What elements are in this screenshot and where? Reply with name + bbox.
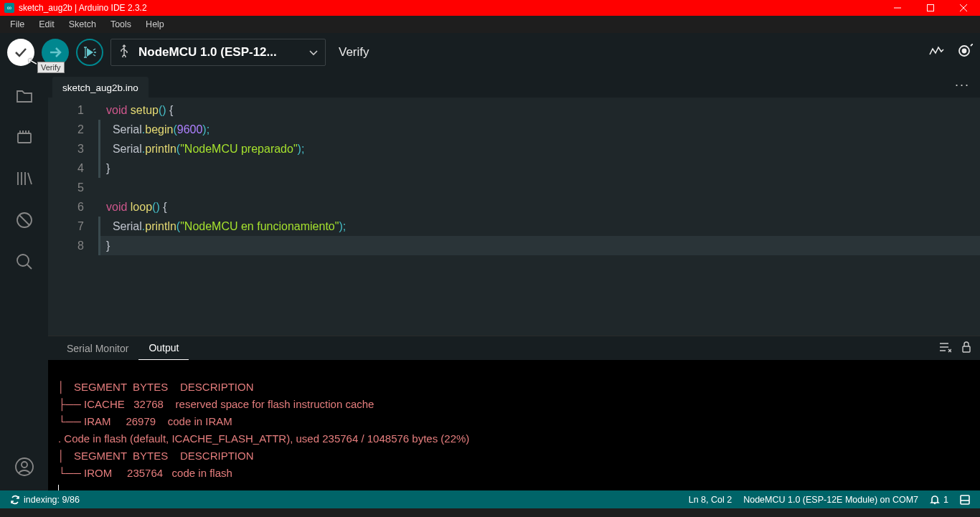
search-icon[interactable] <box>14 251 35 272</box>
code-editor[interactable]: 12345678 void setup() { Serial.begin(960… <box>48 98 980 336</box>
debug-play-icon <box>83 46 96 59</box>
main-area: sketch_aug2b.ino ··· 12345678 void setup… <box>0 72 980 490</box>
status-notifications[interactable]: 1 <box>924 495 954 505</box>
output-panel: Serial Monitor Output │ SEGMENT BYTES DE… <box>48 336 980 490</box>
menubar: File Edit Sketch Tools Help <box>0 16 980 33</box>
window-title: sketch_aug2b | Arduino IDE 2.3.2 <box>19 3 147 13</box>
status-close-panel[interactable] <box>954 495 976 505</box>
sidebar <box>0 72 48 490</box>
editor-tab[interactable]: sketch_aug2b.ino <box>52 77 149 98</box>
check-icon <box>13 44 29 60</box>
svg-rect-9 <box>961 495 969 504</box>
tab-output[interactable]: Output <box>138 336 189 360</box>
chevron-down-icon <box>309 45 318 60</box>
account-icon[interactable] <box>14 456 35 478</box>
arduino-logo-icon: ∞ <box>4 3 14 13</box>
svg-rect-3 <box>18 133 31 143</box>
no-entry-icon[interactable] <box>14 209 35 231</box>
board-selector[interactable]: NodeMCU 1.0 (ESP-12... <box>110 39 326 66</box>
clear-output-icon[interactable] <box>938 341 951 355</box>
editor-tabs: sketch_aug2b.ino ··· <box>48 72 980 98</box>
verify-button[interactable]: ↖ <box>7 39 34 66</box>
sketchbook-icon[interactable] <box>14 85 35 106</box>
boards-manager-icon[interactable] <box>14 126 35 148</box>
menu-tools[interactable]: Tools <box>103 18 138 31</box>
code-lines: void setup() { Serial.begin(9600); Seria… <box>98 98 980 336</box>
svg-rect-8 <box>963 346 970 352</box>
library-manager-icon[interactable] <box>14 168 35 189</box>
panel-tabs: Serial Monitor Output <box>48 336 980 360</box>
status-board[interactable]: NodeMCU 1.0 (ESP-12E Module) on COM7 <box>738 495 924 505</box>
toolbar: ↖ Verify NodeMCU 1.0 (ESP-12... Verify <box>0 33 980 72</box>
output-caret <box>58 485 59 490</box>
arrow-right-icon <box>47 44 63 60</box>
editor-tab-more-icon[interactable]: ··· <box>955 77 970 93</box>
svg-point-7 <box>22 462 27 468</box>
line-gutter: 12345678 <box>48 98 98 336</box>
window-titlebar: ∞ sketch_aug2b | Arduino IDE 2.3.2 <box>0 0 980 16</box>
status-cursor-pos: Ln 8, Col 2 <box>683 495 738 505</box>
svg-point-2 <box>963 49 966 53</box>
minimize-button[interactable] <box>881 0 914 16</box>
tab-serial-monitor[interactable]: Serial Monitor <box>57 337 138 360</box>
svg-point-5 <box>17 255 29 266</box>
close-button[interactable] <box>947 0 980 16</box>
menu-help[interactable]: Help <box>138 18 171 31</box>
svg-rect-0 <box>928 5 934 11</box>
lock-icon[interactable] <box>961 341 971 355</box>
verify-tooltip: Verify <box>37 62 65 73</box>
menu-sketch[interactable]: Sketch <box>62 18 103 31</box>
maximize-button[interactable] <box>914 0 947 16</box>
panel-close-icon <box>960 495 970 505</box>
debug-button[interactable] <box>76 39 103 66</box>
bell-icon <box>930 495 940 505</box>
serial-monitor-button[interactable] <box>957 44 973 61</box>
menu-file[interactable]: File <box>3 18 32 31</box>
board-name: NodeMCU 1.0 (ESP-12... <box>138 45 277 60</box>
menu-edit[interactable]: Edit <box>32 18 62 31</box>
serial-plotter-button[interactable] <box>928 44 944 60</box>
toolbar-action-label: Verify <box>339 45 369 60</box>
sync-icon <box>10 495 20 505</box>
output-body[interactable]: │ SEGMENT BYTES DESCRIPTION├── ICACHE 32… <box>48 360 980 490</box>
usb-icon <box>118 44 130 61</box>
editor-area: sketch_aug2b.ino ··· 12345678 void setup… <box>48 72 980 490</box>
status-indexing[interactable]: indexing: 9/86 <box>4 495 85 505</box>
statusbar: indexing: 9/86 Ln 8, Col 2 NodeMCU 1.0 (… <box>0 490 980 508</box>
